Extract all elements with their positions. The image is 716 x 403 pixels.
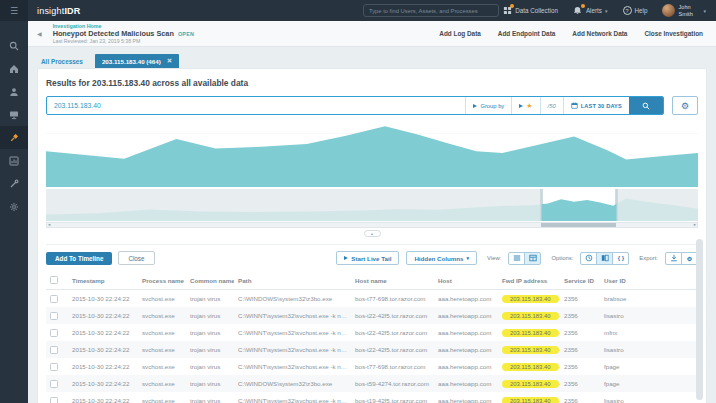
table-row[interactable]: 2015-10-30 22:24:22svchost.exetrojan vir… [46,324,698,341]
scroll-right-icon[interactable]: ▸ [694,222,696,228]
add-log-data-button[interactable]: Add Log Data [439,30,481,37]
fwd-ip-highlight: 203.115.183.40 [502,295,559,303]
cell-timestamp: 2015-10-30 22:24:22 [68,307,138,324]
sidebar-item-settings[interactable] [0,195,28,218]
select-all-checkbox[interactable] [50,276,58,284]
favorite-star-icon[interactable]: ★ [526,102,532,109]
cell-common: trojan virus [186,290,234,308]
vertical-scrollbar[interactable] [696,239,703,400]
sidebar-item-home[interactable] [0,57,28,80]
col-process-name[interactable]: Process name [138,271,186,290]
table-row[interactable]: 2015-10-30 22:24:22svchost.exetrojan vir… [46,392,698,403]
chart-collapse-toggle[interactable]: ▲ [364,230,381,237]
help-menu[interactable]: ? Help [623,6,648,15]
row-checkbox[interactable] [50,397,58,403]
col-host-name[interactable]: Host name [351,271,434,290]
fwd-ip-highlight: 203.115.183.40 [502,397,559,403]
sidebar-item-users[interactable] [0,80,28,103]
cell-user-id: fpage [600,358,698,375]
download-icon [670,254,678,262]
col-common-name[interactable]: Common name [186,271,234,290]
back-arrow-icon[interactable]: ◀ [37,30,42,37]
table-toolbar: Add To Timeline Close Start Live Tail Hi… [46,244,698,265]
run-query-icon[interactable] [519,104,523,108]
add-network-data-button[interactable]: Add Network Data [572,30,627,37]
query-input[interactable]: 203.115.183.40 [47,97,465,114]
row-checkbox[interactable] [50,329,58,337]
cell-process: svchost.exe [138,307,186,324]
data-collection-menu[interactable]: Data Collection [502,6,558,16]
sidebar-item-dashboards[interactable] [0,149,28,172]
cell-user-id: lisastro [600,392,698,403]
table-row[interactable]: 2015-10-30 22:24:22svchost.exetrojan vir… [46,290,698,308]
query-settings-button[interactable]: ⚙ [672,96,698,115]
close-button[interactable]: Close [118,251,154,265]
add-endpoint-data-button[interactable]: Add Endpoint Data [498,30,556,37]
col-service-id[interactable]: Service ID [560,271,600,290]
scrollbar-thumb[interactable] [541,223,616,227]
fwd-ip-highlight: 203.115.183.40 [502,363,559,371]
cell-path: C:\WINDOWS\system32\z3bo.exe [234,290,351,308]
time-range-picker[interactable]: LAST 30 DAYS [563,97,629,114]
json-view-button[interactable]: { } [612,252,629,265]
results-card: Results for 203.115.183.40 across all av… [37,68,707,403]
table-row[interactable]: 2015-10-30 22:24:22svchost.exetrojan vir… [46,375,698,392]
cell-process: svchost.exe [138,341,186,358]
sidebar-item-tools[interactable] [0,172,28,195]
tab-all-processes[interactable]: All Processes [41,58,83,68]
user-menu[interactable]: John Smith ▾ [662,4,706,17]
col-fwd-ip[interactable]: Fwd IP address [498,271,560,290]
export-group: ⚙ [665,252,698,265]
col-user-id[interactable]: User ID [600,271,698,290]
scroll-left-icon[interactable]: ◂ [48,222,50,228]
chart-icon [9,156,19,166]
cell-host-name: bos-t59-4274.tor.razor.com [351,375,434,392]
table-row[interactable]: 2015-10-30 22:24:22svchost.exetrojan vir… [46,307,698,324]
columns-options-button[interactable] [596,252,613,265]
chart-main-area[interactable] [46,123,698,187]
table-row[interactable]: 2015-10-30 22:24:22svchost.exetrojan vir… [46,358,698,375]
query-row: 203.115.183.40 Group by ★ /50 [46,96,698,115]
table-view-button[interactable] [524,252,541,265]
row-checkbox[interactable] [50,363,58,371]
start-live-tail-button[interactable]: Start Live Tail [336,251,399,265]
result-limit[interactable]: /50 [540,97,563,114]
help-icon: ? [623,6,632,15]
nav-right-group: Data Collection Alerts ▾ ? Help John Smi… [502,4,716,17]
hamburger-menu-icon[interactable]: ☰ [0,0,28,21]
main-content: All Processes 203.115.183.40 (464) ✕ Res… [28,47,716,403]
row-checkbox[interactable] [50,380,58,388]
row-checkbox[interactable] [50,312,58,320]
chart-scrollbar[interactable]: ◂ ▸ [46,222,698,228]
time-options-button[interactable] [580,252,597,265]
cell-host: aaa.heretoapp.com [434,307,498,324]
cell-process: svchost.exe [138,392,186,403]
cell-common: trojan virus [186,324,234,341]
alerts-menu[interactable]: Alerts ▾ [573,6,608,16]
hidden-columns-dropdown[interactable]: Hidden Columns ▾ [406,251,477,265]
chart-overview-brush[interactable] [46,189,698,221]
col-timestamp[interactable]: Timestamp [68,271,138,290]
group-by-button[interactable]: Group by [465,97,511,114]
sidebar-item-endpoints[interactable] [0,103,28,126]
add-to-timeline-button[interactable]: Add To Timeline [46,252,112,265]
crumb-block: Investigation Home Honeypot Detected Mal… [53,23,194,44]
list-view-button[interactable] [508,252,525,265]
col-path[interactable]: Path [234,271,351,290]
col-host[interactable]: Host [434,271,498,290]
row-checkbox[interactable] [50,295,58,303]
download-button[interactable] [665,252,682,265]
export-label: Export: [639,255,658,261]
sidebar-item-search[interactable] [0,34,28,57]
row-checkbox[interactable] [50,346,58,354]
table-row[interactable]: 2015-10-30 22:24:22svchost.exetrojan vir… [46,341,698,358]
tab-ip-results[interactable]: 203.115.183.40 (464) ✕ [95,54,179,68]
close-investigation-button[interactable]: Close Investigation [644,30,703,37]
global-search-input[interactable]: Type to find Users, Assets, and Processe… [363,4,499,17]
close-tab-icon[interactable]: ✕ [167,57,172,65]
app-logo[interactable]: insightIDR [37,6,81,16]
search-icon [642,102,650,110]
home-icon [9,64,19,74]
search-button[interactable] [629,97,663,114]
sidebar-item-investigations[interactable] [0,126,28,149]
